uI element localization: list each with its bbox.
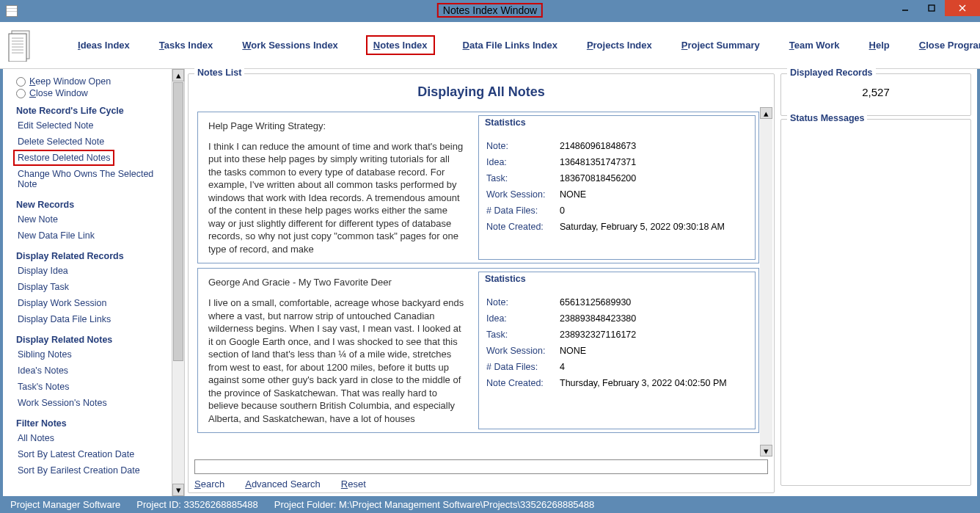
notes-heading: Displaying All Notes xyxy=(189,74,774,107)
notes-scroll-area: Help Page Writing Strategy: I think I ca… xyxy=(189,107,774,456)
note-text: I think I can reduce the amount of time … xyxy=(208,140,465,256)
link-edit-selected-note[interactable]: Edit Selected Note xyxy=(16,117,167,134)
link-idea-s-notes[interactable]: Idea's Notes xyxy=(16,363,167,379)
link-display-idea[interactable]: Display Idea xyxy=(16,263,167,279)
section-lifecycle: Note Record's Life Cycle xyxy=(16,106,167,116)
displayed-records-label: Displayed Records xyxy=(787,68,876,78)
stats-label: Statistics xyxy=(485,274,526,284)
link-sibling-notes[interactable]: Sibling Notes xyxy=(16,346,167,363)
menu-team-work[interactable]: Team Work xyxy=(788,37,841,54)
radio-close-window-input[interactable] xyxy=(16,89,26,98)
search-input[interactable] xyxy=(194,459,768,474)
link-all-notes[interactable]: All Notes xyxy=(16,430,167,446)
link-delete-selected-note[interactable]: Delete Selected Note xyxy=(16,134,167,150)
note-stats: Statistics Note:65613125689930 Idea:2388… xyxy=(478,272,756,429)
link-display-task[interactable]: Display Task xyxy=(16,279,167,295)
status-messages-group: Status Messages xyxy=(780,119,971,486)
notes-scrollbar[interactable]: ▴ ▾ xyxy=(760,107,772,456)
menu-close-program[interactable]: Close Program xyxy=(918,37,980,54)
menu-data-file-links-index[interactable]: Data File Links Index xyxy=(461,37,559,54)
title-highlight: Notes Index Window xyxy=(437,3,543,18)
svg-rect-1 xyxy=(929,5,935,11)
status-project-id: Project ID: 33526268885488 xyxy=(136,499,258,510)
sidebar-scrollbar[interactable]: ▴ ▾ xyxy=(172,69,185,496)
menu-project-summary[interactable]: Project Summary xyxy=(680,37,761,54)
menu-help[interactable]: Help xyxy=(868,37,891,54)
status-bar: Project Manager Software Project ID: 335… xyxy=(0,496,980,513)
section-filter: Filter Notes xyxy=(16,418,167,429)
note-body: Help Page Writing Strategy: I think I ca… xyxy=(198,112,475,263)
menu-tasks-index[interactable]: Tasks Index xyxy=(158,37,214,54)
note-stats: Statistics Note:214860961848673 Idea:136… xyxy=(478,115,756,260)
link-new-data-file-link[interactable]: New Data File Link xyxy=(16,228,167,244)
link-task-s-notes[interactable]: Task's Notes xyxy=(16,379,167,395)
link-display-work-session[interactable]: Display Work Session xyxy=(16,295,167,311)
displayed-records-value: 2,527 xyxy=(781,74,970,110)
link-restore-deleted-notes[interactable]: Restore Deleted Notes xyxy=(13,150,114,166)
stats-label: Statistics xyxy=(485,117,526,128)
link-sort-by-earilest-creation-date[interactable]: Sort By Earilest Creation Date xyxy=(16,462,167,479)
link-change-who-owns-the-selected-note[interactable]: Change Who Owns The Selected Note xyxy=(16,166,167,192)
section-relnotes: Display Related Notes xyxy=(16,335,167,345)
status-app: Project Manager Software xyxy=(10,499,120,510)
menu-work-sessions-index[interactable]: Work Sessions Index xyxy=(241,37,340,54)
link-sort-by-latest-creation-date[interactable]: Sort By Latest Creation Date xyxy=(16,446,167,462)
titlebar: Notes Index Window xyxy=(0,0,980,22)
radio-close-window[interactable]: Close Window xyxy=(16,88,167,98)
scroll-down-icon[interactable]: ▾ xyxy=(760,445,772,456)
app-icon xyxy=(6,5,18,17)
center-pane: Notes List Displaying All Notes Help Pag… xyxy=(185,69,778,496)
menu-projects-index[interactable]: Projects Index xyxy=(585,37,654,54)
sidebar: Keep Window Open Close Window Note Recor… xyxy=(3,69,172,496)
notes-list-group: Notes List Displaying All Notes Help Pag… xyxy=(188,73,775,493)
maximize-button[interactable] xyxy=(918,0,945,16)
scroll-up-icon[interactable]: ▴ xyxy=(760,107,772,119)
note-title: George And Gracie - My Two Favorite Deer xyxy=(208,276,465,289)
note-body: George And Gracie - My Two Favorite Deer… xyxy=(198,269,475,432)
scroll-down-icon[interactable]: ▾ xyxy=(172,484,184,496)
main-menu: Ideas IndexTasks IndexWork Sessions Inde… xyxy=(0,22,980,69)
scroll-up-icon[interactable]: ▴ xyxy=(172,69,184,81)
document-icon xyxy=(7,27,34,64)
advanced-search-link[interactable]: Advanced Search xyxy=(245,479,321,490)
menu-notes-index[interactable]: Notes Index xyxy=(366,35,435,55)
note-card[interactable]: Help Page Writing Strategy: I think I ca… xyxy=(197,112,759,263)
note-text: I live on a small, comfortable, acreage … xyxy=(208,296,465,425)
window-title: Notes Index Window xyxy=(443,4,537,16)
close-button[interactable] xyxy=(945,0,980,16)
search-link[interactable]: Search xyxy=(194,479,224,490)
radio-keep-open[interactable]: Keep Window Open xyxy=(16,76,167,87)
status-messages-label: Status Messages xyxy=(787,113,867,123)
minimize-button[interactable] xyxy=(892,0,918,16)
link-display-data-file-links[interactable]: Display Data File Links xyxy=(16,311,167,327)
section-related: Display Related Records xyxy=(16,251,167,261)
note-card[interactable]: George And Gracie - My Two Favorite Deer… xyxy=(197,268,759,433)
right-pane: Displayed Records 2,527 Status Messages xyxy=(778,69,977,496)
section-newrec: New Records xyxy=(16,200,167,210)
note-title: Help Page Writing Strategy: xyxy=(208,120,465,133)
menu-ideas-index[interactable]: Ideas Index xyxy=(76,37,131,54)
radio-keep-open-input[interactable] xyxy=(16,77,26,87)
reset-link[interactable]: Reset xyxy=(341,479,366,490)
link-work-session-s-notes[interactable]: Work Session's Notes xyxy=(16,395,167,411)
notes-list-label: Notes List xyxy=(194,68,244,78)
client-area: Keep Window Open Close Window Note Recor… xyxy=(0,69,980,496)
link-new-note[interactable]: New Note xyxy=(16,211,167,228)
status-project-folder: Project Folder: M:\Project Management So… xyxy=(274,499,594,510)
displayed-records-group: Displayed Records 2,527 xyxy=(780,73,971,116)
scroll-thumb[interactable] xyxy=(173,82,183,361)
